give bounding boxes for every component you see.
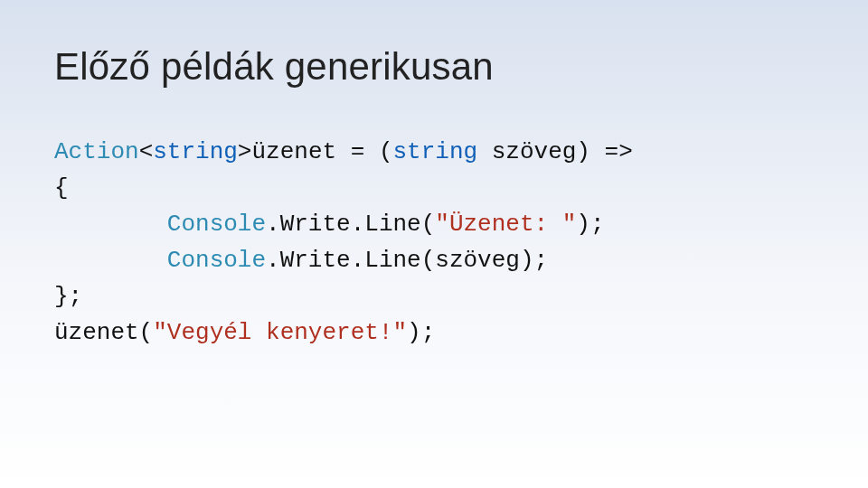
- token-line-2: Line(szöveg);: [364, 247, 548, 274]
- token-write-2: Write: [280, 247, 351, 274]
- token-string-literal-1: "Üzenet: ": [435, 211, 576, 238]
- token-type-action: Action: [54, 138, 139, 165]
- token-console-1: Console: [167, 211, 266, 238]
- token-keyword-string-2: string: [393, 138, 478, 165]
- token-line-1: Line(: [364, 211, 435, 238]
- token-param: szöveg) =>: [477, 138, 633, 165]
- token-dot-2b: .: [351, 247, 365, 274]
- token-dot-1a: .: [266, 211, 280, 238]
- token-angle-close: >: [238, 138, 252, 165]
- token-indent-2: [54, 247, 167, 274]
- slide-title: Előző példák generikusan: [54, 45, 494, 89]
- token-keyword-string: string: [153, 138, 238, 165]
- token-brace-open: {: [54, 174, 69, 202]
- token-call-2: );: [407, 319, 435, 346]
- token-end-1: );: [576, 211, 604, 238]
- token-console-2: Console: [167, 247, 266, 274]
- token-write-1: Write: [280, 211, 351, 238]
- token-angle-open: <: [139, 138, 154, 165]
- token-indent-1: [54, 211, 167, 238]
- token-brace-close: };: [54, 283, 82, 310]
- token-dot-2a: .: [266, 247, 280, 274]
- token-dot-1b: .: [351, 211, 365, 238]
- token-var-decl: üzenet = (: [251, 138, 392, 165]
- code-block: Action<string>üzenet = (string szöveg) =…: [54, 134, 633, 351]
- token-string-literal-2: "Vegyél kenyeret!": [153, 319, 407, 346]
- token-call-1: üzenet(: [54, 319, 153, 346]
